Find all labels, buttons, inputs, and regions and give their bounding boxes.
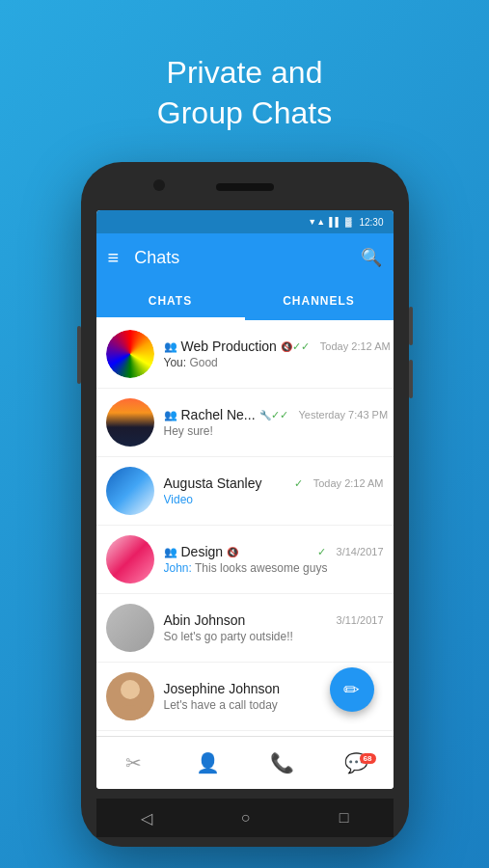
- preview-msg-4: This looks awesome guys: [195, 561, 327, 575]
- tab-channels[interactable]: CHANNELS: [245, 282, 394, 320]
- wifi-icon: ▼▲: [308, 217, 325, 227]
- tabs-bar: CHATS CHANNELS: [96, 282, 394, 320]
- status-bar: ▼▲ ▌▌ ▓ 12:30: [96, 210, 394, 233]
- chat-item-3[interactable]: Augusta Stanley ✓ Today 2:12 AM Video: [96, 457, 394, 526]
- chat-item-5[interactable]: Abin Johnson 3/11/2017 So let's go party…: [96, 594, 394, 663]
- nav-item-chat[interactable]: 💬 68: [319, 751, 394, 774]
- preview-msg-1: Good: [189, 356, 217, 369]
- check-1: ✓✓: [292, 340, 310, 353]
- preview-msg-3: Video: [164, 493, 193, 506]
- check-4: ✓: [317, 546, 326, 558]
- chat-time-3: Today 2:12 AM: [313, 477, 384, 489]
- group-icon-1: 👥: [164, 340, 177, 353]
- chat-name-1: Web Production: [181, 339, 277, 354]
- chat-content-5: Abin Johnson 3/11/2017 So let's go party…: [164, 612, 384, 643]
- avatar-3: [106, 467, 154, 515]
- chat-list: 👥 Web Production 🔇 ✓✓ Today 2:12 AM You:…: [96, 320, 394, 789]
- back-button[interactable]: ◁: [141, 809, 152, 827]
- phone-screen: ▼▲ ▌▌ ▓ 12:30 ≡ Chats 🔍 CHATS CHANNELS: [96, 210, 394, 789]
- mute-icon-1: 🔇: [281, 341, 292, 352]
- phone-speaker: [216, 183, 274, 191]
- page-header: Private and Group Chats: [138, 0, 351, 143]
- avatar-4: [106, 535, 154, 583]
- chat-item-4[interactable]: 👥 Design 🔇 ✓ 3/14/2017 John: This looks …: [96, 526, 394, 594]
- signal-icon: ▌▌: [329, 217, 341, 227]
- phone-button-right-top: [409, 307, 413, 345]
- chat-time-5: 3/11/2017: [337, 614, 384, 626]
- chat-time-2: Yesterday 7:43 PM: [299, 409, 389, 420]
- phone-button-right-bottom: [409, 360, 413, 398]
- scissors-icon: ✂: [125, 751, 142, 774]
- status-time: 12:30: [359, 217, 383, 228]
- fab-button[interactable]: ✏: [330, 667, 374, 712]
- preview-msg-2: Hey sure!: [164, 424, 213, 438]
- phone-camera: [153, 179, 165, 191]
- tab-chats[interactable]: CHATS: [96, 282, 245, 320]
- recent-button[interactable]: □: [340, 809, 349, 827]
- chat-item-1[interactable]: 👥 Web Production 🔇 ✓✓ Today 2:12 AM You:…: [96, 320, 394, 389]
- svg-point-0: [121, 680, 140, 699]
- mute-icon-4: 🔇: [227, 547, 238, 557]
- chat-content-1: 👥 Web Production 🔇 ✓✓ Today 2:12 AM You:…: [164, 339, 384, 369]
- chat-content-3: Augusta Stanley ✓ Today 2:12 AM Video: [164, 475, 384, 506]
- svg-point-1: [111, 705, 149, 720]
- group-icon-2: 👥: [164, 409, 177, 421]
- chat-content-4: 👥 Design 🔇 ✓ 3/14/2017 John: This looks …: [164, 544, 384, 575]
- avatar-1: [106, 330, 154, 378]
- app-bar: ≡ Chats 🔍: [96, 233, 394, 282]
- wrench-icon-2: 🔧: [259, 410, 271, 420]
- nav-item-scissors[interactable]: ✂: [96, 751, 171, 774]
- phone-wrapper: ▼▲ ▌▌ ▓ 12:30 ≡ Chats 🔍 CHATS CHANNELS: [81, 162, 409, 847]
- check-2: ✓✓: [271, 409, 288, 421]
- preview-sender-1: You:: [164, 356, 190, 369]
- chat-badge: 68: [360, 753, 376, 764]
- nav-item-phone[interactable]: 📞: [245, 751, 319, 774]
- chat-time-1: Today 2:12 AM: [320, 340, 391, 352]
- app-title: Chats: [134, 248, 360, 268]
- chat-time-4: 3/14/2017: [337, 546, 384, 557]
- phone-button-left: [77, 326, 81, 384]
- group-icon-4: 👥: [164, 546, 177, 558]
- nav-item-person[interactable]: 👤: [171, 751, 245, 774]
- chat-name-3: Augusta Stanley: [164, 475, 262, 491]
- tab-chats-label: CHATS: [149, 294, 192, 308]
- person-icon: 👤: [196, 751, 220, 774]
- phone-icon: 📞: [270, 751, 294, 774]
- compose-icon: ✏: [343, 678, 360, 701]
- bottom-nav: ✂ 👤 📞 💬 68: [96, 736, 394, 789]
- chat-name-2: Rachel Ne...: [181, 407, 256, 422]
- search-icon[interactable]: 🔍: [361, 247, 382, 268]
- avatar-5: [106, 604, 154, 652]
- phone-frame: ▼▲ ▌▌ ▓ 12:30 ≡ Chats 🔍 CHATS CHANNELS: [81, 162, 409, 847]
- chat-content-2: 👥 Rachel Ne... 🔧 ✓✓ Yesterday 7:43 PM He…: [164, 407, 384, 438]
- preview-sender-4: John:: [164, 561, 195, 575]
- tab-channels-label: CHANNELS: [283, 294, 355, 308]
- page-title: Private and Group Chats: [157, 53, 332, 133]
- home-button[interactable]: ○: [241, 809, 251, 827]
- phone-bottom-bar: ◁ ○ □: [96, 799, 394, 837]
- battery-icon: ▓: [345, 217, 352, 227]
- avatar-2: [106, 398, 154, 447]
- preview-msg-5: So let's go party outside!!: [164, 630, 293, 643]
- hamburger-icon[interactable]: ≡: [108, 247, 120, 269]
- preview-msg-6: Let's have a call today: [164, 698, 278, 712]
- chat-name-4: Design: [181, 544, 224, 559]
- chat-name-6: Josephine Johnson: [164, 681, 281, 696]
- chat-item-2[interactable]: 👥 Rachel Ne... 🔧 ✓✓ Yesterday 7:43 PM He…: [96, 389, 394, 457]
- check-3: ✓: [294, 477, 303, 490]
- avatar-6: [106, 672, 154, 720]
- chat-name-5: Abin Johnson: [164, 612, 246, 628]
